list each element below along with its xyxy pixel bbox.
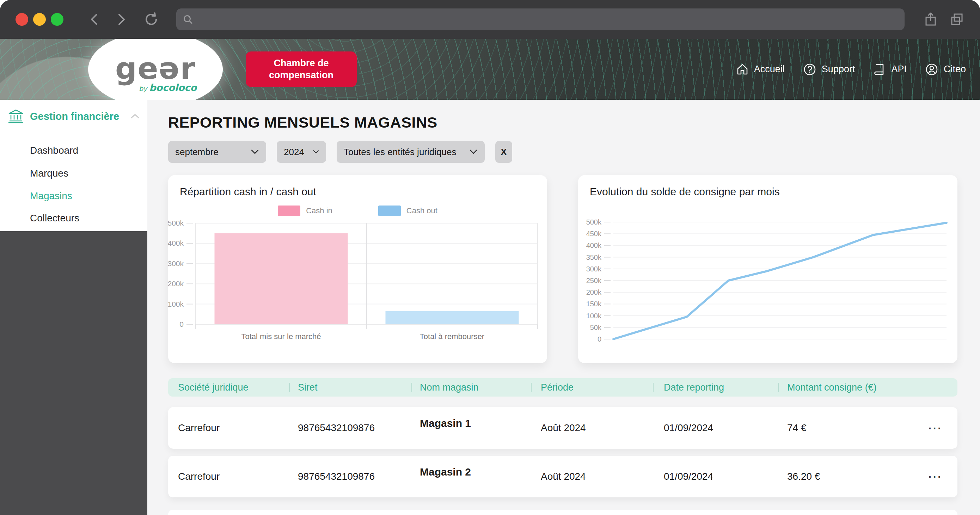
close-button[interactable]	[16, 13, 28, 26]
chevron-down-icon	[469, 149, 478, 155]
tabs-icon[interactable]	[950, 12, 964, 27]
year-select-value: 2024	[284, 147, 304, 157]
cell-date-reporting: 01/09/2024	[664, 456, 713, 498]
nav-label: Citeo	[944, 64, 966, 75]
legend-label: Cash out	[406, 206, 438, 215]
nav-citeo[interactable]: Citeo	[925, 63, 966, 76]
reload-icon[interactable]	[143, 11, 159, 27]
address-bar[interactable]	[176, 8, 905, 30]
cash-out-swatch	[378, 205, 401, 216]
svg-text:350k: 350k	[586, 253, 602, 261]
sidebar-dark-panel	[0, 231, 147, 515]
month-select-value: septembre	[175, 147, 219, 157]
nav-support[interactable]: Support	[803, 63, 855, 76]
svg-text:0: 0	[180, 320, 184, 328]
header-separator	[531, 383, 531, 392]
chevron-down-icon	[251, 149, 259, 155]
share-icon[interactable]	[924, 11, 938, 27]
cell-siret: 98765432109876	[298, 456, 375, 498]
bar-chart-legend: Cash in Cash out	[168, 205, 547, 216]
page-title: REPORTING MENSUELS MAGASINS	[168, 114, 438, 131]
svg-text:400k: 400k	[586, 242, 602, 249]
line-chart: 050k100k150k200k250k300k350k400k450k500k	[578, 207, 958, 355]
clear-filters-button[interactable]: X	[495, 141, 512, 163]
svg-text:500k: 500k	[168, 219, 184, 227]
cell-date-reporting: 01/09/2024	[664, 407, 713, 449]
cell-magasin: Magasin 2	[420, 451, 471, 493]
table-header: Société juridiqueSiretNom magasinPériode…	[168, 378, 958, 397]
entity-select-value: Toutes les entités juridiques	[344, 147, 456, 157]
sidebar-item-collecteurs[interactable]: Collecteurs	[30, 213, 79, 224]
sidebar-item-dashboard[interactable]: Dashboard	[30, 145, 78, 156]
header-cell: Société juridique	[178, 378, 248, 397]
svg-text:Total à rembourser: Total à rembourser	[420, 332, 484, 341]
address-input[interactable]	[198, 14, 898, 25]
home-icon	[736, 63, 749, 76]
header-cell: Montant consigne (€)	[787, 378, 877, 397]
svg-text:0: 0	[598, 335, 601, 343]
minimize-button[interactable]	[33, 13, 46, 26]
header-cell: Siret	[298, 378, 318, 397]
entity-select[interactable]: Toutes les entités juridiques	[337, 141, 485, 163]
filters-bar: septembre 2024 Toutes les entités juridi…	[168, 141, 512, 163]
traffic-lights	[16, 13, 64, 26]
svg-text:100k: 100k	[586, 312, 602, 320]
legend-cash-in: Cash in	[278, 205, 332, 216]
logo-by: by	[139, 84, 147, 92]
svg-text:250k: 250k	[586, 277, 602, 285]
browser-window: geər bybocoloco Chambre de compensation …	[0, 0, 980, 515]
forward-icon[interactable]	[116, 12, 127, 27]
cell-montant: 36.20 €	[787, 456, 820, 498]
back-icon[interactable]	[88, 12, 100, 27]
legend-label: Cash in	[306, 206, 332, 215]
svg-text:500k: 500k	[586, 218, 602, 226]
row-actions-icon[interactable]: ⋯	[919, 407, 951, 449]
sidebar-item-marques[interactable]: Marques	[30, 168, 68, 179]
cell-societe: Carrefour	[178, 407, 220, 449]
table-row-partial[interactable]	[168, 510, 958, 515]
chevron-down-icon	[313, 149, 319, 155]
sidebar: Gestion financière Dashboard Marques Mag…	[0, 100, 147, 515]
logo-name: bocoloco	[149, 82, 197, 93]
cell-siret: 98765432109876	[298, 407, 375, 449]
logo[interactable]: geər bybocoloco	[88, 39, 223, 100]
svg-text:Total mis sur le marché: Total mis sur le marché	[241, 332, 321, 341]
nav-label: Accueil	[754, 64, 785, 75]
nav-api[interactable]: API	[873, 63, 907, 76]
sidebar-item-magasins[interactable]: Magasins	[30, 190, 72, 202]
svg-text:150k: 150k	[586, 300, 602, 308]
sidebar-section-label: Gestion financière	[30, 111, 119, 122]
row-actions-icon[interactable]: ⋯	[919, 456, 951, 498]
line-chart-title: Evolution du solde de consigne par mois	[590, 186, 780, 198]
nav-label: Support	[822, 64, 855, 75]
table-row[interactable]: Carrefour 98765432109876 Magasin 1 Août …	[168, 407, 958, 449]
cell-periode: Août 2024	[541, 407, 586, 449]
year-select[interactable]: 2024	[277, 141, 326, 163]
svg-text:300k: 300k	[586, 265, 602, 273]
help-circle-icon	[803, 63, 816, 76]
zoom-button[interactable]	[51, 13, 64, 26]
chambre-compensation-button[interactable]: Chambre de compensation	[246, 51, 357, 87]
cash-in-out-card: Répartition cash in / cash out Cash in C…	[168, 175, 547, 363]
logo-brand: geər	[115, 55, 196, 82]
header-separator	[289, 383, 290, 392]
svg-text:200k: 200k	[586, 288, 602, 296]
sidebar-section-gestion-financiere[interactable]: Gestion financière	[0, 108, 147, 124]
svg-text:300k: 300k	[168, 259, 184, 267]
nav-accueil[interactable]: Accueil	[736, 63, 785, 76]
user-circle-icon	[925, 63, 939, 76]
svg-text:450k: 450k	[586, 230, 602, 238]
month-select[interactable]: septembre	[168, 141, 266, 163]
svg-text:50k: 50k	[590, 324, 602, 331]
chevron-up-icon[interactable]	[130, 113, 140, 120]
cash-in-swatch	[278, 205, 300, 216]
table-row[interactable]: Carrefour 98765432109876 Magasin 2 Août …	[168, 456, 958, 498]
bank-icon	[8, 109, 24, 124]
top-navigation: Accueil Support API Citeo	[736, 39, 966, 100]
header-cell: Date reporting	[664, 378, 724, 397]
solde-consigne-card: Evolution du solde de consigne par mois …	[578, 175, 958, 363]
header-separator	[653, 383, 654, 392]
nav-label: API	[891, 64, 907, 75]
main-content: REPORTING MENSUELS MAGASINS septembre 20…	[147, 100, 980, 515]
bar-chart-title: Répartition cash in / cash out	[180, 186, 316, 198]
